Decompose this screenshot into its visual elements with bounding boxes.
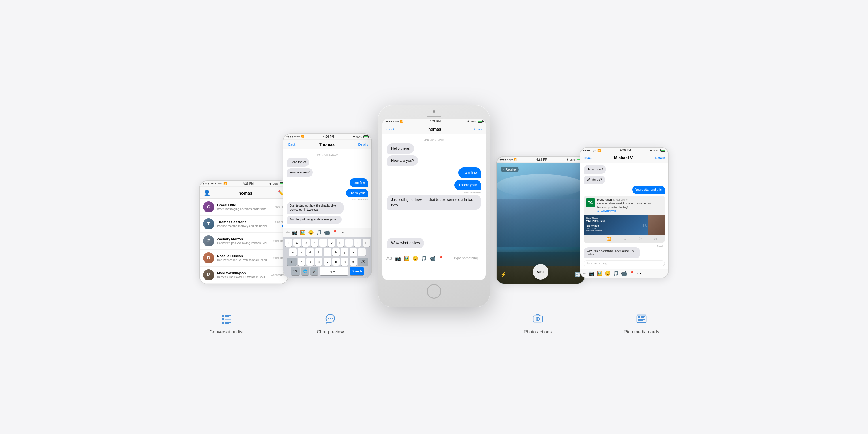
video-icon-c[interactable]: 📹	[430, 256, 435, 261]
key-space[interactable]: space	[319, 267, 348, 275]
message-bubble: Wow what a view	[387, 238, 424, 248]
key-w[interactable]: w	[293, 239, 301, 247]
status-time-2: 4:26 PM	[323, 135, 334, 138]
key-f[interactable]: f	[315, 248, 322, 256]
video-icon-5[interactable]: 📹	[621, 271, 627, 276]
key-numbers[interactable]: 123	[291, 267, 300, 275]
wifi-icon-4: 📶	[514, 158, 517, 161]
key-u[interactable]: u	[337, 239, 344, 247]
chevron-left-icon: ‹	[503, 168, 505, 171]
message-bubble: I am fine	[459, 167, 481, 178]
conv-name: Thomas Sessions	[217, 220, 272, 224]
detail-button-2[interactable]: Details	[358, 143, 368, 146]
photo-icon-5[interactable]: 🖼️	[597, 271, 602, 276]
message-bubble: Hello there!	[287, 158, 309, 166]
key-j[interactable]: j	[341, 248, 348, 256]
more-icon-c[interactable]: ···	[447, 256, 451, 261]
event-text: 8th ANNUAL CRUNCHIES FEBRUARY 8 HOSTED B…	[586, 217, 604, 232]
key-k[interactable]: k	[349, 248, 357, 256]
screen-photo-actions: ●●●● Layer📶 4:26 PM ✱98% ‹ Retake ⚡ Send	[496, 156, 585, 284]
input-placeholder-c[interactable]: Type something...	[454, 256, 482, 260]
photo-icon-2[interactable]: 🖼️	[300, 230, 306, 235]
key-m[interactable]: m	[349, 258, 357, 266]
back-button-c[interactable]: ‹ Back	[386, 127, 395, 131]
card-link[interactable]: tcrn.ch/23jAwym	[597, 209, 662, 213]
more-icon-5[interactable]: ···	[637, 271, 641, 276]
key-x[interactable]: x	[306, 258, 314, 266]
key-g[interactable]: g	[323, 248, 331, 256]
input-placeholder-5[interactable]: Type something...	[584, 260, 665, 266]
music-icon-c[interactable]: 🎵	[421, 256, 427, 261]
bridge-silhouette	[505, 205, 576, 206]
key-globe[interactable]: 🌐	[301, 267, 309, 275]
back-button-2[interactable]: ‹ Back	[287, 143, 296, 146]
back-button-5[interactable]: ‹ Back	[584, 156, 592, 160]
camera-icon-2[interactable]: 📷	[292, 230, 298, 235]
video-icon-2[interactable]: 📹	[324, 230, 330, 235]
key-l[interactable]: l	[358, 248, 366, 256]
camera-icon-5[interactable]: 📷	[589, 271, 594, 276]
emoji-icon-5[interactable]: 😊	[605, 271, 611, 276]
retake-button[interactable]: ‹ Retake	[501, 166, 519, 172]
send-button[interactable]: Send	[533, 264, 549, 280]
location-icon-5[interactable]: 📍	[629, 271, 635, 276]
music-icon-5[interactable]: 🎵	[613, 271, 619, 276]
key-d[interactable]: d	[306, 248, 314, 256]
key-r[interactable]: r	[311, 239, 318, 247]
svg-rect-7	[225, 322, 231, 323]
camera-icon-c[interactable]: 📷	[395, 256, 401, 261]
like-icon[interactable]: ♡	[639, 237, 642, 241]
message-bubble: Whats up?	[584, 176, 605, 184]
message-bubble: Just testing out how the chat bubble com…	[387, 195, 481, 210]
key-a[interactable]: a	[289, 248, 297, 256]
list-item[interactable]: G Grace Little When messaging becomes ea…	[200, 198, 288, 216]
event-person-image	[648, 215, 665, 235]
key-delete[interactable]: ⌫	[358, 258, 368, 266]
key-e[interactable]: e	[302, 239, 310, 247]
screen-chat-preview: ●●●● Layer📶 4:26 PM ✱98% ‹ Back Thomas D…	[283, 133, 372, 278]
music-icon-2[interactable]: 🎵	[316, 230, 322, 235]
nav-title-c: Thomas	[395, 127, 472, 131]
read-status-5: Read	[584, 245, 665, 247]
key-c[interactable]: c	[315, 258, 322, 266]
key-z[interactable]: z	[298, 258, 305, 266]
input-bar-5: Aa 📷 🖼️ 😊 🎵 📹 📍 ···	[580, 269, 668, 278]
location-icon-2[interactable]: 📍	[332, 230, 338, 235]
wifi-icon-1: 📶	[223, 182, 227, 185]
chat-preview-label: Chat preview	[317, 330, 343, 335]
detail-button-c[interactable]: Details	[472, 127, 482, 131]
key-t[interactable]: t	[319, 239, 327, 247]
photo-icon-c[interactable]: 🖼️	[404, 256, 409, 261]
feature-conversation-list: Conversation list	[175, 313, 278, 335]
retweet-icon[interactable]: 🔁	[607, 237, 611, 241]
key-p[interactable]: p	[363, 239, 370, 247]
phone-camera	[433, 111, 435, 113]
list-item[interactable]: Z Zachary Morton Converter Ipod Vid Taki…	[200, 232, 288, 250]
list-item[interactable]: T Thomas Sessions Pequod that the monkey…	[200, 216, 288, 232]
list-item[interactable]: M Marc Washington Harness The Power Of W…	[200, 267, 288, 284]
key-v[interactable]: v	[323, 258, 331, 266]
location-icon-c[interactable]: 📍	[438, 256, 444, 261]
detail-button-5[interactable]: Details	[655, 156, 665, 160]
key-shift[interactable]: ⇧	[287, 258, 297, 266]
key-search[interactable]: Search	[349, 267, 364, 275]
list-item[interactable]: R Rosalie Duncan Dvd Replication To Prof…	[200, 250, 288, 267]
key-b[interactable]: b	[332, 258, 340, 266]
emoji-icon-c[interactable]: 😊	[412, 256, 418, 261]
svg-point-0	[222, 315, 224, 317]
key-s[interactable]: s	[298, 248, 305, 256]
key-y[interactable]: y	[328, 239, 336, 247]
key-n[interactable]: n	[341, 258, 348, 266]
key-o[interactable]: o	[354, 239, 361, 247]
phone-home-button[interactable]	[427, 284, 441, 299]
emoji-icon-2[interactable]: 😊	[308, 230, 314, 235]
carrier-name-2: Layer	[294, 135, 300, 138]
more-icon-2[interactable]: ···	[340, 230, 344, 235]
key-h[interactable]: h	[332, 248, 340, 256]
key-mic[interactable]: 🎤	[310, 267, 318, 275]
key-i[interactable]: i	[345, 239, 353, 247]
reply-icon[interactable]: ↩	[591, 237, 594, 241]
feature-spacer	[382, 313, 486, 335]
key-q[interactable]: q	[285, 239, 292, 247]
flash-icon[interactable]: ⚡	[501, 272, 506, 277]
